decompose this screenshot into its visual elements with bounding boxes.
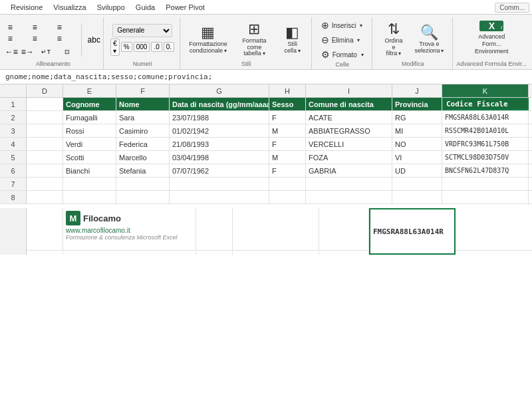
cell-e4-cognome[interactable]: Verdi (63, 138, 116, 150)
decimal-increase-btn[interactable]: .0 (151, 42, 162, 52)
align-mid-right[interactable]: ≡ (53, 33, 65, 44)
decimal-decrease-btn[interactable]: 0. (164, 42, 174, 52)
elimina-btn[interactable]: ⊖ Elimina ▾ (317, 33, 368, 47)
col-header-e[interactable]: E (63, 84, 116, 97)
cell-h8[interactable] (269, 191, 306, 203)
percent-btn[interactable]: % (121, 42, 132, 52)
cell-l7[interactable] (529, 178, 532, 190)
text-orientation[interactable]: abc (86, 27, 102, 53)
cell-j1-provincia[interactable]: Provincia (392, 98, 442, 110)
col-header-k[interactable]: K (442, 84, 529, 97)
cell-g8[interactable] (170, 191, 269, 203)
cell-h5-sesso[interactable]: M (269, 151, 306, 164)
logo-url[interactable]: www.marcofilocamo.it (66, 227, 130, 234)
cell-j3-provincia[interactable]: MI (392, 124, 442, 137)
cell-g1-data[interactable]: Data di nascita (gg/mm/aaaa) (170, 98, 269, 110)
cell-f3-nome[interactable]: Casimiro (116, 124, 170, 137)
cell-l5[interactable] (529, 151, 532, 164)
indent-increase[interactable]: ≡→ (20, 47, 35, 57)
cell-i5-comune[interactable]: FOZA (306, 151, 392, 164)
cell-i7[interactable] (306, 178, 392, 190)
ordina-filtra-btn[interactable]: ⇅ Ordina efiltra▾ (378, 21, 408, 59)
cell-h7[interactable] (269, 178, 306, 190)
thousands-btn[interactable]: 000 (134, 42, 150, 52)
cell-l4[interactable] (529, 138, 532, 150)
cell-g4-data[interactable]: 21/08/1993 (170, 138, 269, 150)
align-mid-center[interactable]: ≡ (29, 33, 41, 44)
cell-l6[interactable] (529, 164, 532, 177)
col-header-l[interactable]: L (529, 84, 532, 97)
cell-l8[interactable] (529, 191, 532, 203)
cell-h3-sesso[interactable]: M (269, 124, 306, 137)
cell-f6-nome[interactable]: Stefania (116, 164, 170, 177)
col-header-f[interactable]: F (116, 84, 170, 97)
align-top-right[interactable]: ≡ (53, 22, 65, 33)
cell-d6[interactable] (27, 164, 63, 177)
cell-j6-provincia[interactable]: UD (392, 164, 442, 177)
menu-powerpivot[interactable]: Power Pivot (160, 2, 210, 13)
cell-i6-comune[interactable]: GABRIA (306, 164, 392, 177)
merge-cells[interactable]: ⊡ (57, 47, 77, 57)
cell-l2[interactable] (529, 111, 532, 124)
cell-h4-sesso[interactable]: F (269, 138, 306, 150)
trova-seleziona-btn[interactable]: 🔍 Trova eseleziona▾ (412, 21, 448, 59)
col-header-h[interactable]: H (269, 84, 306, 97)
indent-decrease[interactable]: ←≡ (4, 47, 19, 57)
menu-revisione[interactable]: Revisione (5, 2, 48, 13)
cell-k2-codice[interactable]: FMGSRA88L63A014R (442, 111, 529, 124)
cell-g5-data[interactable]: 03/04/1998 (170, 151, 269, 164)
cell-i3-comune[interactable]: ABBIATEGRASSO (306, 124, 392, 137)
col-header-i[interactable]: I (306, 84, 392, 97)
cell-j5-provincia[interactable]: VI (392, 151, 442, 164)
cell-h1-sesso[interactable]: Sesso (269, 98, 306, 110)
formattazione-condizionale-btn[interactable]: ▦ Formattazionecondizionale▾ (187, 21, 229, 59)
cell-j8[interactable] (392, 191, 442, 203)
cell-d1[interactable] (27, 98, 63, 110)
cell-e2-cognome[interactable]: Fumagalli (63, 111, 116, 124)
cell-f1-nome[interactable]: Nome (116, 98, 170, 110)
cell-g6-data[interactable]: 07/07/1962 (170, 164, 269, 177)
cell-e7[interactable] (63, 178, 116, 190)
cell-d4[interactable] (27, 138, 63, 150)
menu-visualizza[interactable]: Visualizza (48, 2, 91, 13)
cell-h2-sesso[interactable]: F (269, 111, 306, 124)
cell-j2-provincia[interactable]: RG (392, 111, 442, 124)
cell-k-result[interactable]: FMGSRA88L63A014R (369, 208, 456, 255)
cell-k3-codice[interactable]: RSSCMR42B01A010L (442, 124, 529, 137)
cell-e8[interactable] (63, 191, 116, 203)
cell-k6-codice[interactable]: BNCSFN62L47D837Q (442, 164, 529, 177)
cell-k1-codice[interactable]: Codice Fiscale (442, 98, 529, 110)
menu-guida[interactable]: Guida (130, 2, 160, 13)
cell-d3[interactable] (27, 124, 63, 137)
cell-f7[interactable] (116, 178, 170, 190)
inserisci-btn[interactable]: ⊕ Inserisci ▾ (317, 19, 368, 32)
cell-d5[interactable] (27, 151, 63, 164)
cell-i8[interactable] (306, 191, 392, 203)
formatta-tabella-btn[interactable]: ⊞ Formatta cometabella▾ (232, 21, 277, 59)
menu-sviluppo[interactable]: Sviluppo (92, 2, 130, 13)
formato-btn[interactable]: ⚙ Formato ▾ (317, 48, 368, 61)
cell-l3[interactable] (529, 124, 532, 137)
cell-l1[interactable] (529, 98, 532, 110)
number-format-select[interactable]: Generale (112, 24, 172, 37)
cell-j4-provincia[interactable]: NO (392, 138, 442, 150)
cell-i2-comune[interactable]: ACATE (306, 111, 392, 124)
align-mid-left[interactable]: ≡ (4, 33, 16, 44)
cell-g7[interactable] (170, 178, 269, 190)
col-header-j[interactable]: J (392, 84, 442, 97)
cell-d8[interactable] (27, 191, 63, 203)
cell-h6-sesso[interactable]: F (269, 164, 306, 177)
align-top-left[interactable]: ≡ (4, 22, 16, 33)
cell-i4-comune[interactable]: VERCELLI (306, 138, 392, 150)
cell-g2-data[interactable]: 23/07/1988 (170, 111, 269, 124)
cell-e5-cognome[interactable]: Scotti (63, 151, 116, 164)
cell-i1-comune[interactable]: Comune di nascita (306, 98, 392, 110)
cell-e6-cognome[interactable]: Bianchi (63, 164, 116, 177)
cell-e3-cognome[interactable]: Rossi (63, 124, 116, 137)
cell-f5-nome[interactable]: Marcello (116, 151, 170, 164)
comm-button[interactable]: Comm... (495, 3, 529, 13)
cell-j7[interactable] (392, 178, 442, 190)
cell-d7[interactable] (27, 178, 63, 190)
currency-btn[interactable]: € ▾ (110, 39, 120, 56)
col-header-g[interactable]: G (170, 84, 269, 97)
